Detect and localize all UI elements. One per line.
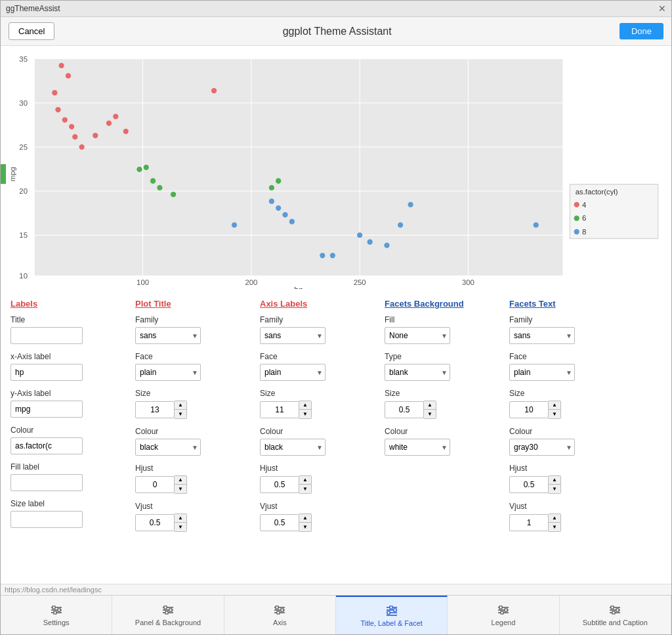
tab-panel-background[interactable]: Panel & Background — [112, 596, 224, 634]
fb-type-label: Type — [385, 352, 503, 361]
panel-background-icon — [161, 604, 175, 616]
plot-title-title[interactable]: Plot Title — [135, 299, 253, 309]
pt-hjust-down-btn[interactable]: ▼ — [175, 485, 186, 493]
size-label-input[interactable] — [10, 511, 83, 528]
svg-rect-70 — [58, 609, 60, 611]
svg-point-28 — [55, 107, 60, 112]
fb-fill-select[interactable]: Nonewhitegray — [385, 327, 450, 344]
svg-point-46 — [269, 198, 274, 204]
svg-point-27 — [52, 90, 57, 95]
tab-legend[interactable]: Legend — [448, 596, 559, 634]
fb-size-input[interactable] — [385, 401, 424, 418]
facets-text-section: Facets Text Family sansserifmono ▼ Face — [509, 299, 634, 546]
svg-point-56 — [408, 202, 413, 208]
pt-family-select[interactable]: sansserifmono — [135, 327, 201, 344]
pt-colour-select[interactable]: blackwhitegrayred — [135, 439, 201, 456]
al-size-input[interactable] — [260, 401, 299, 418]
ft-colour-label: Colour — [509, 427, 627, 436]
ft-size-down-btn[interactable]: ▼ — [549, 410, 560, 418]
svg-rect-94 — [499, 606, 502, 609]
pt-size-input[interactable] — [135, 401, 175, 418]
pt-family-select-wrapper: sansserifmono ▼ — [135, 327, 201, 344]
pt-hjust-input[interactable] — [135, 476, 175, 493]
al-face-select[interactable]: plainbolditalic — [260, 364, 326, 381]
ft-colour-select[interactable]: gray30blackwhitegray — [509, 439, 575, 456]
pt-face-select[interactable]: plainbolditalicbold.italic — [135, 364, 201, 381]
fb-type-select[interactable]: blankrectroundrect — [385, 364, 450, 381]
pt-size-label: Size — [135, 389, 253, 398]
svg-rect-102 — [612, 611, 615, 614]
tab-subtitle-caption[interactable]: Subtitle and Caption — [560, 596, 671, 634]
ft-family-select[interactable]: sansserifmono — [509, 327, 575, 344]
size-label-field-group: Size label — [10, 499, 129, 528]
al-vjust-label: Vjust — [260, 502, 378, 511]
ft-size-up-btn[interactable]: ▲ — [549, 401, 560, 410]
close-button[interactable]: ✕ — [658, 3, 666, 14]
axis-labels-title[interactable]: Axis Labels — [260, 299, 378, 309]
ft-face-select[interactable]: plainbolditalic — [509, 364, 575, 381]
ft-hjust-input[interactable] — [509, 476, 549, 493]
title-input[interactable] — [10, 327, 83, 344]
facets-background-title[interactable]: Facets Background — [385, 299, 503, 309]
tab-title-label-facet[interactable]: Title, Label & Facet — [336, 596, 448, 634]
fb-size-up-btn[interactable]: ▲ — [424, 401, 436, 410]
al-vjust-spinner: ▲ ▼ — [260, 514, 378, 532]
al-hjust-down-btn[interactable]: ▼ — [299, 485, 311, 493]
fb-size-down-btn[interactable]: ▼ — [424, 410, 436, 418]
pt-hjust-up-btn[interactable]: ▲ — [175, 476, 186, 485]
facets-text-title[interactable]: Facets Text — [509, 299, 627, 309]
al-hjust-input[interactable] — [260, 476, 299, 493]
svg-point-49 — [289, 219, 295, 224]
tab-axis[interactable]: Axis — [224, 596, 336, 634]
tab-settings[interactable]: Settings — [1, 596, 112, 634]
ft-colour-select-wrapper: gray30blackwhitegray ▼ — [509, 439, 575, 456]
done-button[interactable]: Done — [620, 23, 663, 39]
pt-size-up-btn[interactable]: ▲ — [175, 401, 186, 410]
pt-vjust-up-btn[interactable]: ▲ — [175, 514, 186, 523]
svg-rect-77 — [165, 611, 168, 614]
svg-point-40 — [150, 178, 156, 183]
svg-point-47 — [276, 206, 281, 211]
pt-size-spinner: ▲ ▼ — [135, 401, 253, 419]
al-vjust-up-btn[interactable]: ▲ — [299, 514, 311, 523]
svg-point-48 — [282, 212, 287, 217]
svg-point-25 — [59, 63, 64, 68]
x-axis-input[interactable] — [10, 364, 83, 381]
al-colour-select[interactable]: blackwhitegray — [260, 439, 326, 456]
pt-vjust-down-btn[interactable]: ▼ — [175, 523, 186, 531]
svg-point-29 — [62, 117, 68, 122]
al-size-down-btn[interactable]: ▼ — [299, 410, 311, 418]
cancel-button[interactable]: Cancel — [9, 22, 54, 40]
al-size-up-btn[interactable]: ▲ — [299, 401, 311, 410]
svg-rect-75 — [164, 606, 167, 609]
ft-hjust-down-btn[interactable]: ▼ — [549, 485, 560, 493]
al-hjust-up-btn[interactable]: ▲ — [299, 476, 311, 485]
svg-text:as.factor(cyl): as.factor(cyl) — [576, 188, 618, 196]
settings-icon — [49, 604, 64, 616]
labels-title[interactable]: Labels — [10, 299, 129, 309]
ft-vjust-up-btn[interactable]: ▲ — [549, 514, 560, 523]
svg-point-35 — [113, 114, 118, 119]
al-vjust-input[interactable] — [260, 514, 299, 531]
fb-colour-select[interactable]: whiteblackgray — [385, 439, 450, 456]
fb-type-select-wrapper: blankrectroundrect ▼ — [385, 364, 450, 381]
pt-size-down-btn[interactable]: ▼ — [175, 410, 186, 418]
y-axis-input[interactable] — [10, 401, 83, 418]
al-vjust-down-btn[interactable]: ▼ — [299, 523, 311, 531]
svg-rect-101 — [616, 609, 619, 611]
ft-size-input[interactable] — [509, 401, 549, 418]
al-hjust-spinner: ▲ ▼ — [260, 475, 378, 494]
ft-size-label: Size — [509, 389, 627, 398]
ft-vjust-down-btn[interactable]: ▼ — [549, 523, 560, 531]
colour-input[interactable] — [10, 437, 83, 454]
pt-face-group: Face plainbolditalicbold.italic ▼ — [135, 352, 253, 381]
ft-hjust-up-btn[interactable]: ▲ — [549, 476, 560, 485]
ft-vjust-label: Vjust — [509, 502, 627, 511]
pt-vjust-input[interactable] — [135, 514, 175, 531]
pt-size-spinner-btns: ▲ ▼ — [175, 401, 187, 419]
al-vjust-spinner-btns: ▲ ▼ — [299, 514, 312, 532]
fill-label-input[interactable] — [10, 474, 83, 491]
al-family-select[interactable]: sansserifmono — [260, 327, 326, 344]
ft-vjust-input[interactable] — [509, 514, 549, 531]
svg-point-50 — [320, 253, 325, 258]
